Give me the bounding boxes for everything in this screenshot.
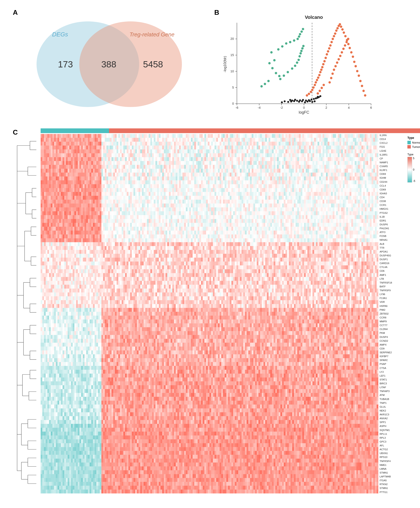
- gene-label: RPL3: [380, 437, 403, 439]
- svg-point-50: [281, 45, 283, 47]
- gene-label: DUSP45G: [380, 254, 403, 257]
- gene-label: HSPA6: [380, 305, 403, 307]
- gene-label: BATF: [380, 285, 403, 288]
- legend-tumor-label: Tumor: [412, 145, 420, 149]
- svg-point-85: [320, 68, 322, 71]
- panel-c: C: [13, 128, 407, 494]
- gene-label: LGHE: [380, 149, 403, 152]
- legend-type-label2: Type: [407, 153, 420, 156]
- x-tick-2: 2: [325, 106, 327, 109]
- svg-point-49: [277, 48, 279, 51]
- svg-point-22: [314, 100, 315, 102]
- svg-point-71: [267, 80, 269, 82]
- venn-left-count: 173: [58, 59, 73, 69]
- svg-point-95: [332, 38, 334, 40]
- svg-point-69: [301, 47, 304, 50]
- color-gradient: [407, 157, 412, 183]
- gene-label: CCND2: [380, 340, 403, 342]
- heatmap-canvas: [41, 134, 378, 494]
- y-tick-5: 5: [232, 86, 234, 89]
- svg-point-43: [278, 75, 280, 77]
- gene-label: LY2: [380, 371, 403, 373]
- svg-point-115: [359, 80, 362, 82]
- gene-label: IGHM: [380, 177, 403, 179]
- x-axis-label: logFC: [299, 110, 309, 114]
- legend-type-header: Type: [407, 136, 420, 140]
- svg-point-63: [294, 65, 296, 67]
- gene-label: IL18R1: [380, 153, 403, 156]
- svg-point-97: [334, 32, 336, 35]
- svg-point-56: [299, 33, 301, 35]
- svg-point-105: [344, 35, 347, 37]
- svg-point-42: [319, 95, 321, 97]
- left-dendrogram: [13, 128, 41, 489]
- svg-point-130: [345, 41, 348, 43]
- gene-label: CARD16: [380, 262, 403, 264]
- svg-point-72: [264, 83, 266, 85]
- gene-label: FOSB: [380, 235, 403, 237]
- gene-label: CP: [380, 157, 403, 160]
- svg-point-119: [328, 81, 331, 83]
- gene-label: HMGX1: [380, 208, 403, 210]
- x-tick-minus4: -4: [258, 106, 261, 109]
- gene-label: IL1B: [380, 216, 403, 218]
- gene-label: ALB: [380, 243, 403, 245]
- gene-label: IGFBP7: [380, 355, 403, 358]
- y-tick-10: 10: [230, 69, 234, 73]
- svg-point-90: [326, 53, 328, 55]
- svg-point-126: [339, 55, 341, 57]
- panel-b: B Volcano -6: [214, 8, 407, 116]
- gene-label: CXAR5: [380, 165, 403, 168]
- volcano-container: Volcano -6 -4 -2: [214, 13, 407, 116]
- gene-label: CCT77: [380, 324, 403, 327]
- scale-low: -5: [413, 179, 415, 183]
- svg-point-21: [311, 101, 313, 103]
- gene-label: LAPTM4B: [380, 475, 403, 478]
- tumor-bar: [109, 128, 420, 133]
- gene-label: STMN1: [380, 487, 403, 489]
- gene-label: MMP9: [380, 320, 403, 323]
- gene-label: FGG: [380, 146, 403, 148]
- svg-point-64: [296, 61, 298, 64]
- svg-point-98: [335, 30, 338, 32]
- svg-point-122: [333, 68, 335, 71]
- svg-point-45: [271, 67, 274, 69]
- svg-point-62: [291, 67, 293, 70]
- svg-point-70: [302, 45, 304, 47]
- gene-label: LTB: [380, 277, 403, 280]
- svg-point-104: [343, 31, 345, 34]
- svg-point-66: [298, 55, 301, 58]
- svg-point-114: [358, 75, 360, 77]
- gene-label: AFL: [380, 444, 403, 447]
- gene-label: ANXA2: [380, 417, 403, 420]
- svg-point-123: [334, 65, 337, 67]
- svg-point-81: [316, 79, 318, 81]
- svg-point-82: [317, 76, 319, 79]
- svg-point-132: [317, 92, 319, 95]
- gene-label: APOA1: [380, 250, 403, 253]
- gene-label: ATF3: [380, 231, 403, 233]
- gene-label: ASPH: [380, 425, 403, 427]
- gene-label: PTGS2: [380, 212, 403, 214]
- svg-point-118: [364, 94, 366, 97]
- svg-point-27: [308, 99, 310, 101]
- gene-label: LY96: [380, 293, 403, 296]
- gene-label: CD69: [380, 188, 403, 191]
- svg-point-35: [294, 99, 296, 101]
- gene-label: EDR1: [380, 219, 403, 222]
- svg-point-52: [289, 41, 291, 43]
- svg-point-112: [354, 65, 357, 67]
- gene-label: ATM: [380, 394, 403, 396]
- svg-point-84: [319, 71, 321, 73]
- x-tick-4: 4: [348, 106, 349, 109]
- legend-tumor-row: Tumor: [407, 145, 420, 149]
- venn-right-count: 5458: [143, 59, 163, 69]
- gene-label: KLRF1: [380, 169, 403, 172]
- gene-label: ZBTB32: [380, 312, 403, 315]
- gene-label: DUSP1: [380, 258, 403, 261]
- gene-label: CD9: [380, 347, 403, 350]
- gene-label: PIM2: [380, 309, 403, 311]
- gene-label: TNIP1: [380, 402, 403, 404]
- svg-point-87: [322, 63, 325, 65]
- venn-left-label: DEGs: [52, 31, 68, 38]
